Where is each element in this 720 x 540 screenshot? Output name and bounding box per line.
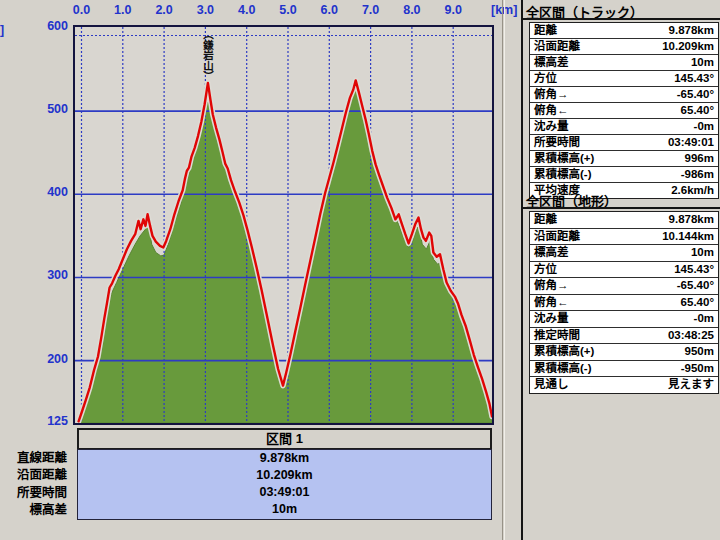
x-tick-label: 2.0 <box>147 3 181 17</box>
x-tick-label: 4.0 <box>230 3 264 17</box>
stats-row-value: -65.40° <box>677 87 714 102</box>
stats-row: 方位145.43° <box>530 71 718 87</box>
stats-sidebar: 全区間（トラック）距離9.878km沿面距離10.209km標高差10m方位14… <box>510 0 720 540</box>
stats-row-value: 65.40° <box>681 295 714 311</box>
y-axis-unit-label: ] <box>0 23 4 37</box>
stats-row-label: 沿面距離 <box>534 39 580 54</box>
elevation-chart-svg <box>75 27 492 423</box>
stats-row-label: 標高差 <box>534 55 569 70</box>
stats-row: 沿面距離10.209km <box>530 39 718 55</box>
x-tick-label: 8.0 <box>395 3 429 17</box>
stats-row: 標高差10m <box>530 55 718 71</box>
stats-row-value: 10.144km <box>662 229 714 245</box>
stats-row-value: -950m <box>681 361 714 377</box>
x-tick-label: 1.0 <box>106 3 140 17</box>
stats-row-value: 9.878km <box>669 212 714 228</box>
section-values-box: 9.878km10.209km03:49:0110m <box>77 449 492 520</box>
x-tick-label: 5.0 <box>271 3 305 17</box>
stats-row-value: 03:48:25 <box>668 328 714 344</box>
y-tick-label: 300 <box>28 268 68 282</box>
stats-row-label: 方位 <box>534 262 557 278</box>
section-row-label: 所要時間 <box>0 485 67 502</box>
splitter-groove-light <box>504 0 505 540</box>
stats-row: 累積標高(-)-950m <box>530 361 718 378</box>
stats-row: 沈み量-0m <box>530 119 718 135</box>
stats-row: 俯角→-65.40° <box>530 87 718 103</box>
x-tick-label: 7.0 <box>354 3 388 17</box>
stats-row: 方位145.43° <box>530 262 718 279</box>
stats-row-value: 996m <box>685 151 714 166</box>
x-tick-label: 6.0 <box>312 3 346 17</box>
stats-row: 距離9.878km <box>530 23 718 39</box>
y-tick-label: 125 <box>28 414 68 428</box>
stats-row: 累積標高(-)-986m <box>530 167 718 183</box>
stats-panel-underline <box>521 18 720 20</box>
stats-row-label: 標高差 <box>534 245 569 261</box>
stats-row: 累積標高(+)950m <box>530 344 718 361</box>
stats-row: 俯角←65.40° <box>530 103 718 119</box>
stats-row: 俯角←65.40° <box>530 295 718 312</box>
stats-row-value: 145.43° <box>674 262 714 278</box>
stats-table: 距離9.878km沿面距離10.144km標高差10m方位145.43°俯角→-… <box>529 211 719 394</box>
elevation-chart-plot[interactable] <box>73 25 494 425</box>
stats-row-value: -0m <box>694 311 714 327</box>
section-row-value: 10.209km <box>78 467 491 484</box>
stats-row-value: -986m <box>681 167 714 182</box>
stats-row: 見通し見えます <box>530 377 718 393</box>
peak-annotation: （鎌岩山） <box>200 29 215 149</box>
stats-row-label: 累積標高(-) <box>534 167 592 182</box>
stats-panel-underline <box>521 207 720 209</box>
stats-row: 沿面距離10.144km <box>530 229 718 246</box>
y-tick-label: 500 <box>28 102 68 116</box>
section-row-label: 沿面距離 <box>0 467 67 484</box>
stats-sidebar-edge-line <box>521 0 523 540</box>
stats-table: 距離9.878km沿面距離10.209km標高差10m方位145.43°俯角→-… <box>529 22 719 199</box>
stats-row-label: 沿面距離 <box>534 229 580 245</box>
section-row-value: 10m <box>78 501 491 518</box>
stats-row: 推定時間03:48:25 <box>530 328 718 345</box>
stats-row-label: 距離 <box>534 23 557 38</box>
stats-row-label: 俯角→ <box>534 278 569 294</box>
stats-row: 距離9.878km <box>530 212 718 229</box>
x-tick-label: 3.0 <box>188 3 222 17</box>
stats-row: 累積標高(+)996m <box>530 151 718 167</box>
section-row-label: 直線距離 <box>0 450 67 467</box>
stats-row-label: 俯角→ <box>534 87 569 102</box>
stats-row: 沈み量-0m <box>530 311 718 328</box>
stats-row-label: 累積標高(+) <box>534 151 594 166</box>
section-row-value: 03:49:01 <box>78 484 491 501</box>
stats-row-label: 所要時間 <box>534 135 580 150</box>
stats-row-label: 俯角← <box>534 103 569 118</box>
stats-row-value: -65.40° <box>677 278 714 294</box>
section-header: 区間 1 <box>77 428 492 449</box>
stats-row-value: 見えます <box>668 377 714 393</box>
stats-row-label: 沈み量 <box>534 119 569 134</box>
stats-row-value: 10.209km <box>662 39 714 54</box>
y-tick-label: 600 <box>28 19 68 33</box>
section-row-value: 9.878km <box>78 450 491 467</box>
x-tick-label: 9.0 <box>436 3 470 17</box>
stats-row-value: 950m <box>685 344 714 360</box>
stats-row-label: 俯角← <box>534 295 569 311</box>
stats-row-value: 9.878km <box>669 23 714 38</box>
splitter-groove-dark <box>502 0 503 540</box>
stats-row: 俯角→-65.40° <box>530 278 718 295</box>
stats-row-value: 65.40° <box>681 103 714 118</box>
stats-row-value: 10m <box>691 55 714 70</box>
elevation-profile-window: ] [km] 0.01.02.03.04.05.06.07.08.09.0 60… <box>0 0 720 540</box>
stats-row-label: 推定時間 <box>534 328 580 344</box>
stats-row: 所要時間03:49:01 <box>530 135 718 151</box>
stats-row-label: 累積標高(-) <box>534 361 592 377</box>
stats-row-value: -0m <box>694 119 714 134</box>
y-tick-label: 400 <box>28 185 68 199</box>
stats-row-label: 累積標高(+) <box>534 344 594 360</box>
x-tick-label: 0.0 <box>65 3 99 17</box>
stats-row-value: 145.43° <box>674 71 714 86</box>
stats-row-value: 03:49:01 <box>668 135 714 150</box>
stats-row-label: 距離 <box>534 212 557 228</box>
section-row-label: 標高差 <box>0 502 67 519</box>
stats-row-label: 沈み量 <box>534 311 569 327</box>
stats-row: 標高差10m <box>530 245 718 262</box>
panel-splitter[interactable] <box>500 0 508 540</box>
stats-row-label: 方位 <box>534 71 557 86</box>
